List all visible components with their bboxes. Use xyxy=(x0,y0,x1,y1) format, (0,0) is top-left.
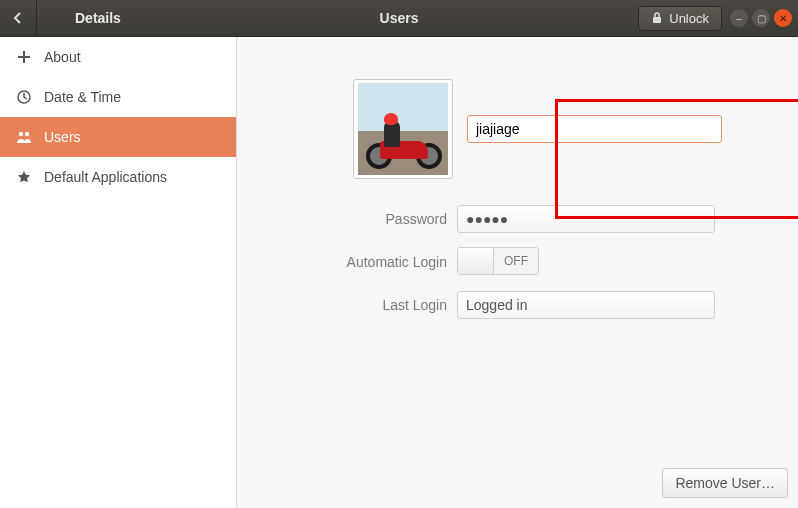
sidebar-item-users[interactable]: Users xyxy=(0,117,236,157)
last-login-value: Logged in xyxy=(466,297,528,313)
content-pane: Password ●●●●● Automatic Login OFF Last … xyxy=(237,37,798,508)
maximize-button[interactable]: ▢ xyxy=(752,9,770,27)
username-input[interactable] xyxy=(467,115,722,143)
sidebar-item-about[interactable]: About xyxy=(0,37,236,77)
auto-login-row: Automatic Login OFF xyxy=(257,247,778,277)
auto-login-toggle[interactable]: OFF xyxy=(457,247,539,275)
close-button[interactable]: ✕ xyxy=(774,9,792,27)
headerbar: Details Users Unlock – ▢ ✕ xyxy=(0,0,798,37)
back-button[interactable] xyxy=(0,0,37,37)
toggle-state-label: OFF xyxy=(494,248,538,274)
sidebar: About Date & Time Users Default Applicat… xyxy=(0,37,237,508)
avatar[interactable] xyxy=(353,79,453,179)
unlock-button[interactable]: Unlock xyxy=(638,6,722,31)
user-header-row xyxy=(353,79,778,179)
sidebar-item-label: Default Applications xyxy=(44,169,167,185)
password-dots: ●●●●● xyxy=(466,211,508,227)
last-login-label: Last Login xyxy=(257,297,457,313)
password-field[interactable]: ●●●●● xyxy=(457,205,715,233)
svg-rect-0 xyxy=(653,17,661,23)
plus-icon xyxy=(16,49,32,65)
svg-point-2 xyxy=(19,132,23,136)
remove-user-button[interactable]: Remove User… xyxy=(662,468,788,498)
last-login-row: Last Login Logged in xyxy=(257,291,778,319)
auto-login-label: Automatic Login xyxy=(257,254,457,270)
avatar-image xyxy=(358,83,448,175)
svg-point-3 xyxy=(25,132,29,136)
password-row: Password ●●●●● xyxy=(257,205,778,233)
details-title: Details xyxy=(37,10,167,26)
password-label: Password xyxy=(257,211,457,227)
unlock-label: Unlock xyxy=(669,11,709,26)
toggle-knob xyxy=(458,248,494,274)
lock-icon xyxy=(651,12,663,24)
sidebar-item-label: About xyxy=(44,49,81,65)
sidebar-item-default-apps[interactable]: Default Applications xyxy=(0,157,236,197)
chevron-left-icon xyxy=(12,12,24,24)
window-controls: – ▢ ✕ xyxy=(730,9,798,27)
clock-icon xyxy=(16,89,32,105)
sidebar-item-label: Users xyxy=(44,129,81,145)
star-icon xyxy=(16,169,32,185)
sidebar-item-date-time[interactable]: Date & Time xyxy=(0,77,236,117)
minimize-button[interactable]: – xyxy=(730,9,748,27)
sidebar-item-label: Date & Time xyxy=(44,89,121,105)
people-icon xyxy=(16,129,32,145)
page-title: Users xyxy=(380,10,419,26)
last-login-field[interactable]: Logged in xyxy=(457,291,715,319)
